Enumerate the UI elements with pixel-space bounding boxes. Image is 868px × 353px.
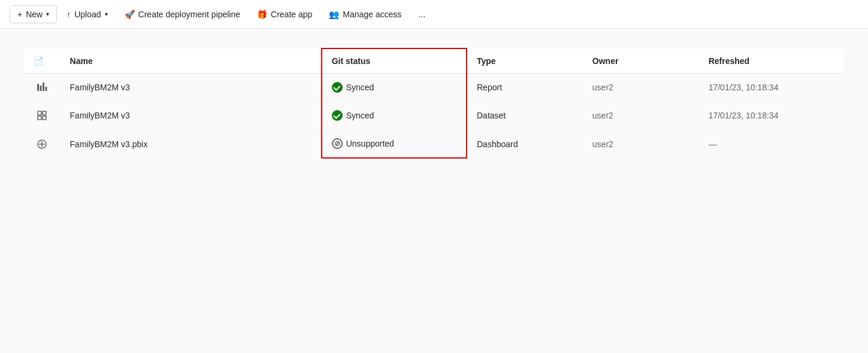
more-icon: ... xyxy=(418,10,425,19)
table-row[interactable]: FamilyBM2M v3.pbix ⊘ Unsupported Dashboa… xyxy=(24,130,844,159)
item-type: Report xyxy=(467,74,583,102)
create-app-button[interactable]: 🎁 Create app xyxy=(250,6,319,23)
col-header-owner[interactable]: Owner xyxy=(583,48,699,74)
svg-rect-3 xyxy=(46,87,47,91)
report-icon xyxy=(24,74,61,102)
item-owner: user2 xyxy=(583,102,699,130)
create-pipeline-button[interactable]: 🚀 Create deployment pipeline xyxy=(117,6,247,23)
pipeline-icon: 🚀 xyxy=(125,10,135,19)
more-button[interactable]: ... xyxy=(411,6,433,23)
svg-rect-1 xyxy=(40,86,42,91)
col-header-refreshed[interactable]: Refreshed xyxy=(699,48,844,74)
synced-icon xyxy=(332,110,343,121)
svg-rect-0 xyxy=(37,84,39,91)
item-name[interactable]: FamilyBM2M v3 xyxy=(61,102,322,130)
toolbar: + New ▾ ↑ Upload ▾ 🚀 Create deployment p… xyxy=(0,0,868,29)
pbix-icon xyxy=(24,130,61,159)
plus-icon: + xyxy=(17,10,22,19)
item-type: Dashboard xyxy=(467,130,583,159)
item-name[interactable]: FamilyBM2M v3 xyxy=(61,74,322,102)
manage-access-button[interactable]: 👥 Manage access xyxy=(322,6,409,23)
svg-rect-4 xyxy=(38,111,41,115)
upload-button-label: Upload xyxy=(74,10,101,19)
manage-access-icon: 👥 xyxy=(329,10,339,19)
synced-label: Synced xyxy=(346,111,374,120)
table-row[interactable]: FamilyBM2M v3 Synced Reportuser217/01/23… xyxy=(24,74,844,102)
item-owner: user2 xyxy=(583,74,699,102)
table-row[interactable]: FamilyBM2M v3 Synced Datasetuser217/01/2… xyxy=(24,102,844,130)
upload-chevron-icon: ▾ xyxy=(105,11,108,17)
unsupported-status: ⊘ Unsupported xyxy=(332,138,456,149)
create-app-label: Create app xyxy=(271,10,312,19)
dataset-icon xyxy=(24,102,61,130)
new-chevron-icon: ▾ xyxy=(46,11,49,17)
svg-rect-2 xyxy=(43,83,44,91)
item-owner: user2 xyxy=(583,130,699,159)
item-refreshed: 17/01/23, 10:18:34 xyxy=(699,102,844,130)
col-header-type[interactable]: Type xyxy=(467,48,583,74)
manage-access-label: Manage access xyxy=(343,10,401,19)
col-header-name[interactable]: Name xyxy=(61,48,322,74)
new-button-label: New xyxy=(26,10,43,19)
svg-rect-7 xyxy=(43,116,46,120)
app-icon: 🎁 xyxy=(257,10,267,19)
synced-status: Synced xyxy=(332,82,456,93)
synced-label: Synced xyxy=(346,83,374,92)
col-header-icon: 📄 xyxy=(24,48,61,74)
synced-icon xyxy=(332,82,343,93)
items-table: 📄 Name Git status Type Owner Refreshed F… xyxy=(24,48,844,159)
item-refreshed: 17/01/23, 10:18:34 xyxy=(699,74,844,102)
file-icon: 📄 xyxy=(34,56,44,66)
unsupported-icon: ⊘ xyxy=(332,138,343,149)
git-status-cell: Synced xyxy=(322,102,467,130)
synced-status: Synced xyxy=(332,110,456,121)
new-button[interactable]: + New ▾ xyxy=(10,5,57,23)
git-status-cell: Synced xyxy=(322,74,467,102)
col-header-git-status[interactable]: Git status xyxy=(322,48,467,74)
item-type: Dataset xyxy=(467,102,583,130)
item-name[interactable]: FamilyBM2M v3.pbix xyxy=(61,130,322,159)
table-header-row: 📄 Name Git status Type Owner Refreshed xyxy=(24,48,844,74)
item-refreshed: — xyxy=(699,130,844,159)
svg-rect-5 xyxy=(43,111,46,115)
upload-icon: ↑ xyxy=(66,10,71,19)
unsupported-label: Unsupported xyxy=(346,139,394,148)
main-content: 📄 Name Git status Type Owner Refreshed F… xyxy=(0,29,868,353)
git-status-cell: ⊘ Unsupported xyxy=(322,130,467,159)
create-pipeline-label: Create deployment pipeline xyxy=(138,10,240,19)
upload-button[interactable]: ↑ Upload ▾ xyxy=(59,6,114,23)
svg-rect-6 xyxy=(38,116,41,120)
